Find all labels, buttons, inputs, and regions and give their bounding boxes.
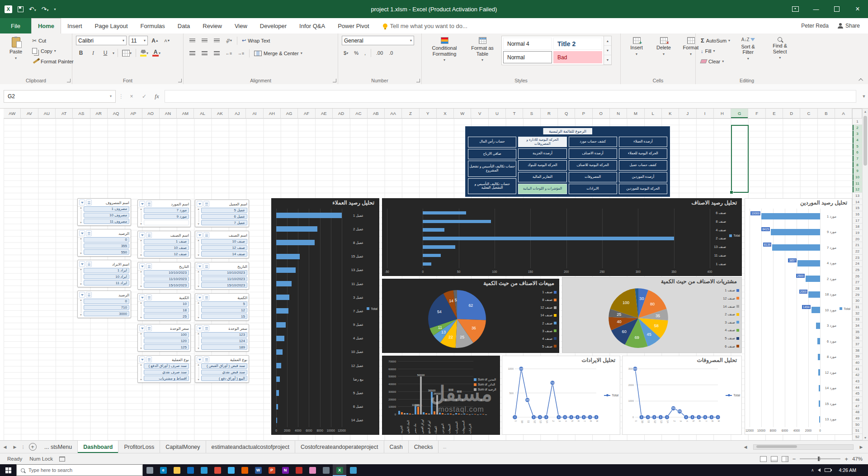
taskbar-search-box[interactable]: Type here to search — [16, 464, 143, 476]
excel-icon[interactable]: X — [333, 464, 346, 476]
powerpoint-icon[interactable]: P — [265, 464, 278, 476]
onenote-icon[interactable]: N — [278, 464, 292, 476]
notepad-icon[interactable] — [346, 464, 360, 476]
slicer-item[interactable]: 18 — [144, 308, 189, 313]
slicer-item[interactable]: صنف 10 — [201, 239, 247, 244]
slicer-scroll-up[interactable]: ▲ — [140, 239, 142, 242]
slicer-clear-filter-icon[interactable] — [197, 232, 203, 238]
slicer-item[interactable]: 120 — [144, 338, 189, 344]
firefox-icon[interactable] — [238, 464, 251, 476]
slicer-item[interactable]: 15/10/2023 — [144, 282, 189, 288]
slicer-multiselect-icon[interactable] — [146, 232, 152, 238]
slicer-item[interactable]: صنف 10 — [144, 245, 189, 251]
zoom-slider[interactable] — [800, 458, 840, 459]
photos-icon[interactable] — [224, 464, 238, 476]
tab-scroll-left[interactable]: ◀ — [0, 441, 10, 453]
zoom-in-button[interactable]: + — [844, 456, 848, 462]
slicer-clear-filter-icon[interactable] — [197, 201, 203, 207]
slicer-item[interactable]: سند قبض ( أوراق القبض ) — [201, 363, 247, 369]
slicer-item[interactable]: صنف 1 — [144, 239, 189, 244]
zoom-out-button[interactable]: − — [793, 456, 796, 462]
slicer-scroll-down[interactable]: ▼ — [140, 316, 142, 319]
slicer-scroll-up[interactable]: ▲ — [80, 299, 82, 301]
slicer-clear-filter-icon[interactable] — [197, 325, 203, 331]
slicer-item[interactable]: 15 — [201, 314, 247, 319]
slicer-item[interactable]: مصروف 1 — [84, 206, 129, 212]
chart-accounts-columns[interactable]: 0100002000030000400005000060000700001100… — [382, 356, 500, 435]
slicer-item[interactable]: 5 — [201, 301, 247, 307]
sheet-tab-stsmenu[interactable]: ... stsMenu — [39, 441, 78, 453]
slicer-item[interactable]: 15/10/2023 — [201, 282, 247, 288]
slicer-item[interactable]: البيع ( أوراق دفع ) — [201, 376, 247, 381]
slicer-scroll-down[interactable]: ▼ — [197, 285, 200, 288]
slicer-scroll-down[interactable]: ▼ — [140, 254, 142, 257]
slicer-item[interactable]: 124 — [201, 338, 247, 344]
slicer-item[interactable]: ايراد 10 — [84, 274, 129, 280]
slicer-scroll-up[interactable]: ▲ — [197, 363, 200, 366]
horizontal-scrollbar[interactable] — [753, 444, 854, 450]
slicer-scroll-down[interactable]: ▼ — [140, 285, 142, 288]
acrobat-icon[interactable] — [292, 464, 306, 476]
slicer-scrollbar[interactable]: ▲▼ — [196, 301, 201, 319]
slicer-clear-filter-icon[interactable] — [139, 295, 145, 300]
horizontal-scroll-thumb[interactable] — [756, 445, 797, 448]
nav-button[interactable]: أرصدة الاصناف — [569, 148, 617, 159]
slicer-scrollbar[interactable]: ▲▼ — [139, 332, 143, 350]
slicer-scrollbar[interactable]: ▲▼ — [139, 239, 143, 257]
slicer-scrollbar[interactable]: ▲▼ — [139, 301, 143, 319]
slicer-scrollbar[interactable]: ▲▼ — [139, 363, 143, 381]
slicer-item[interactable]: 100 — [144, 332, 189, 338]
slicer-scrollbar[interactable]: ▲▼ — [196, 332, 201, 350]
slicer-clear-filter-icon[interactable] — [197, 295, 203, 300]
slicer-scroll-down[interactable]: ▼ — [197, 254, 200, 257]
hscroll-right-arrow[interactable]: ▶ — [856, 445, 866, 449]
slicer-scroll-up[interactable]: ▲ — [197, 332, 200, 335]
nav-button[interactable]: الايرادات — [569, 184, 617, 194]
slicer-scrollbar[interactable]: ▲▼ — [79, 299, 83, 316]
sheet-tab-cash[interactable]: Cash — [384, 441, 409, 453]
slicer-multiselect-icon[interactable] — [203, 263, 209, 269]
slicer-item[interactable]: صنف 14 — [201, 251, 247, 257]
tray-expand-icon[interactable]: ∧ — [811, 468, 814, 472]
slicer-item[interactable]: 123 — [201, 332, 247, 338]
slicer-scroll-up[interactable]: ▲ — [197, 239, 200, 242]
slicer-multiselect-icon[interactable] — [203, 295, 209, 300]
tabs-overflow[interactable]: ... — [439, 441, 450, 453]
nav-button[interactable]: حساب تكاليف التأسيس و التشغيل الفعلية — [468, 178, 516, 194]
slicer-item[interactable]: 710 — [84, 305, 129, 310]
nav-button[interactable]: صافي الارباح — [468, 149, 516, 160]
slicer-clear-filter-icon[interactable] — [139, 201, 145, 207]
new-sheet-button[interactable]: + — [26, 441, 39, 453]
slicer-scroll-up[interactable]: ▲ — [140, 208, 142, 210]
slicer-clear-filter-icon[interactable] — [79, 200, 85, 205]
slicer-scrollbar[interactable]: ▲▼ — [196, 208, 201, 225]
slicer-scroll-up[interactable]: ▲ — [197, 301, 200, 304]
page-break-view-button[interactable] — [782, 456, 788, 462]
slicer-item[interactable]: عميل 7 — [201, 220, 247, 225]
tab-list-menu[interactable]: ⋮ — [20, 441, 26, 453]
slicer-item[interactable]: 355 — [84, 243, 129, 249]
selected-cell-G2[interactable] — [731, 125, 749, 193]
sheet-tab-costofcreateandoperateproject[interactable]: Costofcreateandoperateproject — [295, 441, 384, 453]
sheet-tab-profitorloss[interactable]: ProfitorLoss — [118, 441, 160, 453]
chart-clients-balance[interactable]: تحليل رصيد العملاءTotalعميل 1عميل 2عميل … — [271, 198, 379, 435]
slicer-scroll-up[interactable]: ▲ — [140, 270, 142, 273]
taskbar-clock[interactable]: 4:26 AM — [835, 467, 860, 473]
page-layout-view-button[interactable] — [771, 456, 778, 462]
slicer-multiselect-icon[interactable] — [86, 230, 92, 236]
slicer-scroll-down[interactable]: ▼ — [140, 223, 142, 225]
sheet-tab-capitalmoney[interactable]: CapitalMoney — [160, 441, 206, 453]
slicer-multiselect-icon[interactable] — [203, 325, 209, 331]
nav-button[interactable]: حساب رأس المال — [468, 137, 516, 148]
chrome-icon[interactable] — [211, 464, 224, 476]
paint-icon[interactable] — [306, 464, 319, 476]
slicer-scrollbar[interactable]: ▲▼ — [139, 270, 143, 288]
slicer-scroll-down[interactable]: ▼ — [197, 347, 200, 350]
macro-record-icon[interactable] — [59, 457, 65, 462]
slicer-item[interactable]: 0 — [84, 299, 129, 304]
slicer-clear-filter-icon[interactable] — [139, 325, 145, 331]
slicer-scroll-down[interactable]: ▼ — [140, 347, 142, 350]
slicer-scrollbar[interactable]: ▲▼ — [196, 270, 201, 288]
slicer-clear-filter-icon[interactable] — [79, 230, 85, 236]
nav-button[interactable]: أرصدة الخزينة — [518, 148, 566, 159]
